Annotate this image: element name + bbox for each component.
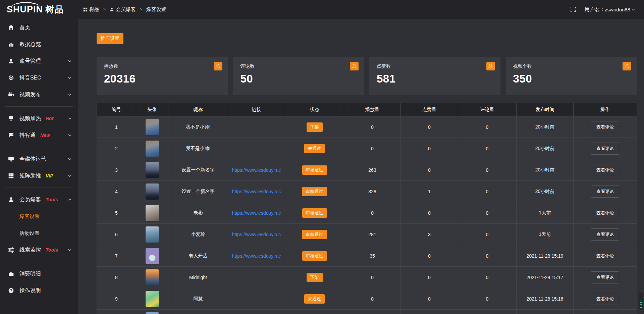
chevron-down-icon — [68, 133, 72, 137]
tools-badge: Tools — [46, 247, 58, 253]
publish-time: 20小时前 — [517, 159, 574, 181]
col-avatar: 头像 — [136, 103, 168, 116]
view-comments-button[interactable]: 查看评论 — [591, 143, 619, 155]
nickname: 我不是小帅! — [168, 138, 228, 159]
avatar — [146, 119, 159, 135]
view-comments-button[interactable]: 查看评论 — [591, 271, 619, 283]
monitor-icon — [8, 156, 14, 162]
view-comments-button[interactable]: 查看评论 — [591, 293, 619, 305]
sidebar-subitem-activity-settings[interactable]: 活动设置 — [0, 225, 78, 242]
sidebar-subitem-label: 活动设置 — [19, 230, 40, 237]
row-number: 3 — [97, 159, 136, 181]
sidebar-item-label: 视频加热 — [19, 115, 41, 122]
view-comments-button[interactable]: 查看评论 — [591, 228, 619, 241]
promotion-settings-button[interactable]: 推广设置 — [97, 33, 123, 44]
breadcrumb: 树品 > 会员爆客 > 爆客设置 — [83, 6, 166, 13]
table-row-partial — [97, 310, 637, 314]
likes-count: 0 — [401, 202, 458, 224]
breadcrumb-item-shupin[interactable]: 树品 — [83, 6, 99, 13]
stat-card-videos: 视频个数 总 350 — [506, 57, 637, 95]
user-menu[interactable]: 用户名： zswodun88 — [585, 6, 635, 13]
view-comments-button[interactable]: 查看评论 — [591, 207, 619, 219]
stat-card-likes: 点赞数 总 581 — [369, 57, 500, 95]
sidebar-divider — [5, 188, 73, 188]
video-link[interactable]: https://www.iesdouyin.c — [232, 253, 281, 259]
avatar — [146, 205, 159, 221]
stat-value: 20316 — [104, 72, 220, 85]
comments-count: 0 — [458, 267, 517, 288]
sidebar-item-member-baoke[interactable]: 会员爆客 Tools — [0, 191, 78, 208]
video-link[interactable]: https://www.iesdouyin.c — [232, 210, 281, 216]
chevron-down-icon — [632, 8, 635, 11]
row-number: 8 — [97, 267, 136, 288]
chevron-down-icon — [68, 174, 72, 178]
sidebar-item-matrix-boost[interactable]: 矩阵助推 VIP — [0, 167, 78, 184]
status-badge: 未通过 — [304, 144, 325, 153]
breadcrumb-item-member-baoke[interactable]: 会员爆客 — [110, 6, 136, 13]
total-badge: 总 — [214, 62, 222, 70]
sidebar-item-omnimedia-operations[interactable]: 全媒体运营 — [0, 151, 78, 167]
sidebar-item-video-publish[interactable]: 视频发布 — [0, 86, 78, 103]
main-content: 推广设置 播放数 总 20316 评论数 总 50 点赞数 总 581 视频个数… — [78, 19, 644, 314]
chat-icon — [8, 132, 14, 138]
likes-count: 0 — [401, 116, 458, 138]
stat-value: 50 — [240, 72, 357, 85]
sidebar-item-label: 视频发布 — [19, 91, 41, 98]
comments-count: 0 — [458, 159, 517, 181]
sidebar-divider — [5, 106, 73, 107]
stat-cards: 播放数 总 20316 评论数 总 50 点赞数 总 581 视频个数 总 35… — [97, 57, 637, 95]
sidebar-item-home[interactable]: 首页 — [0, 19, 78, 36]
sidebar-item-operation-instructions[interactable]: ? 操作说明 — [0, 282, 78, 299]
row-number: 2 — [97, 138, 136, 159]
avatar — [146, 291, 159, 307]
sidebar-submenu: 爆客设置 活动设置 — [0, 208, 78, 242]
likes-count: 0 — [401, 159, 458, 181]
publish-time: 2021-11-28 15:17 — [517, 267, 574, 288]
table-row: 8 Midnight 下架 0 0 0 2021-11-28 15:17 查看评… — [97, 267, 637, 288]
sidebar-subitem-baoke-settings[interactable]: 爆客设置 — [0, 208, 78, 225]
plays-count: 35 — [344, 245, 401, 267]
sidebar-item-label: 全媒体运营 — [19, 156, 46, 163]
sidebar-item-lead-monitoring[interactable]: 线索监控 Tools — [0, 242, 78, 258]
video-link[interactable]: https://www.iesdouyin.c — [232, 189, 281, 194]
sidebar-item-douyin-seo[interactable]: 抖音SEO — [0, 69, 78, 86]
plays-count: 0 — [344, 267, 401, 288]
plays-count: 0 — [344, 116, 401, 138]
status-badge: 审核通过 — [302, 230, 327, 239]
comments-count: 0 — [458, 202, 517, 224]
plays-count: 0 — [344, 288, 401, 310]
likes-count: 3 — [401, 224, 458, 245]
avatar — [146, 141, 159, 157]
chevron-down-icon — [68, 93, 72, 97]
grid-icon — [8, 173, 14, 179]
avatar — [146, 248, 159, 264]
breadcrumb-separator: > — [140, 7, 142, 12]
sidebar-item-label: 抖音SEO — [19, 74, 42, 82]
stat-label: 播放数 — [104, 63, 118, 69]
scrollbar-stripes — [640, 301, 642, 309]
sidebar-item-label: 会员爆客 — [19, 196, 41, 203]
view-comments-button[interactable]: 查看评论 — [591, 250, 619, 262]
fullscreen-icon[interactable] — [571, 7, 576, 12]
sidebar-item-consumption-details[interactable]: 消费明细 — [0, 265, 78, 282]
video-link[interactable]: https://www.iesdouyin.c — [232, 167, 281, 173]
likes-count: 1 — [401, 181, 458, 202]
col-publish-time: 发布时间 — [517, 103, 574, 116]
row-number: 5 — [97, 202, 136, 224]
publish-time: 1天前 — [517, 224, 574, 245]
sidebar-item-account-management[interactable]: 账号管理 — [0, 53, 78, 69]
sidebar-item-video-heat[interactable]: 视频加热 Hot — [0, 110, 78, 127]
view-comments-button[interactable]: 查看评论 — [591, 121, 619, 133]
view-comments-button[interactable]: 查看评论 — [591, 164, 619, 176]
sidebar-item-doukertong[interactable]: 抖客通 New — [0, 127, 78, 144]
scrollbar-thumb[interactable] — [639, 291, 643, 311]
col-id: 编号 — [97, 103, 136, 116]
sidebar-divider — [5, 147, 73, 147]
stat-card-plays: 播放数 总 20316 — [97, 57, 228, 95]
page-title: 爆客设置 — [146, 6, 166, 13]
view-comments-button[interactable]: 查看评论 — [591, 186, 619, 198]
video-link[interactable]: https://www.iesdouyin.c — [232, 232, 281, 237]
sidebar-item-data-overview[interactable]: 数据总览 — [0, 36, 78, 53]
breadcrumb-separator: > — [103, 7, 106, 12]
stat-label: 点赞数 — [377, 63, 391, 69]
